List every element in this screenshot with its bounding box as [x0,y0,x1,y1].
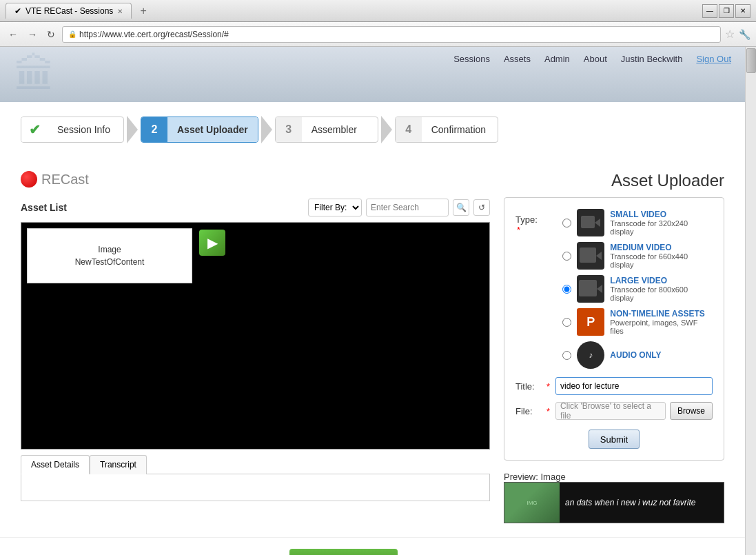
asset-list-header: Asset List Filter By: 🔍 ↺ [21,199,490,216]
type-section: Type: * SMALL VIDEO [515,209,713,369]
tab-close-btn[interactable]: ✕ [117,8,123,15]
submit-button[interactable]: Submit [589,430,640,449]
type-option-medium-video: MEDIUM VIDEO Transcode for 660x440 displ… [562,242,713,270]
audio-icon: ♪ [577,341,604,369]
step-3[interactable]: 3 Assembler [275,117,378,143]
step-3-num: 3 [276,117,302,143]
address-bar[interactable]: 🔒 https://www.vte.cert.org/recast/Sessio… [62,26,721,43]
tab-transcript[interactable]: Transcript [90,455,147,474]
header-nav: Sessions Assets Admin About Justin Beckw… [453,54,731,64]
arrow-3 [381,116,392,143]
step-2[interactable]: 2 Asset Uploader [141,117,258,143]
left-panel: RECast Asset List Filter By: 🔍 ↺ [21,171,490,523]
nav-admin[interactable]: Admin [544,54,570,64]
small-video-desc: Transcode for 320x240 display [610,219,713,236]
large-video-icon [577,275,604,303]
asset-icon: ▶ [199,230,225,256]
title-required: * [546,381,550,392]
non-timeline-desc: Powerpoint, images, SWF files [610,319,713,335]
preview-box: IMG an dats when i new i wuz not favrite [504,482,724,523]
title-label: Title: [515,381,540,392]
file-label: File: [515,406,540,416]
new-tab-button[interactable]: + [136,3,150,19]
step-2-num: 2 [141,117,167,143]
title-row: Title: * [515,377,713,395]
step-4[interactable]: 4 Confirmation [395,117,498,143]
step-4-label: Confirmation [422,124,496,135]
reload-button[interactable]: ↻ [44,28,58,41]
nav-sessions[interactable]: Sessions [453,54,490,64]
asset-tabs: Asset Details Transcript [21,455,490,474]
non-timeline-icon: P [577,308,604,336]
asset-item-name: NewTestOfContent [75,257,145,267]
radio-small-video[interactable] [562,219,571,228]
header-logo-bg: 🏛 [14,51,55,99]
scrollbar-thumb[interactable] [746,48,756,73]
recast-logo: RECast [21,171,490,188]
nav-about[interactable]: About [584,54,607,64]
lock-icon: 🔒 [68,30,76,38]
bookmark-icon[interactable]: ☆ [725,28,735,41]
step-4-num: 4 [396,117,422,143]
forward-button[interactable]: → [25,28,40,41]
user-name: Justin Beckwith [621,54,683,64]
svg-marker-5 [597,285,602,293]
preview-section: Preview: Image IMG an dats when i new i … [504,472,724,523]
page-title: Asset Uploader [611,171,724,190]
radio-large-video[interactable] [562,285,571,294]
medium-video-icon [577,242,604,270]
recast-ball-icon [21,171,37,188]
browser-tab[interactable]: ✔ VTE RECast - Sessions ✕ [6,3,132,19]
nav-assets[interactable]: Assets [504,54,531,64]
type-label: Type: [515,212,550,225]
type-option-audio: ♪ AUDIO ONLY [562,341,713,369]
close-button[interactable]: ✕ [735,4,750,18]
filter-select[interactable]: Filter By: [308,199,362,216]
refresh-button[interactable]: ↺ [473,199,490,216]
restore-button[interactable]: ❒ [719,4,734,18]
svg-marker-1 [595,219,600,227]
signout-link[interactable]: Sign Out [696,54,731,64]
preview-caption: an dats when i new i wuz not favrite [560,495,701,510]
asset-item-card[interactable]: Image NewTestOfContent [27,228,192,283]
file-placeholder: Click 'Browse' to select a file [555,402,666,420]
site-header: 🏛 Sessions Assets Admin About Justin Bec… [0,47,745,102]
recast-brand-text: RECast [41,172,89,188]
save-continue-button[interactable]: Save + Continue [289,549,398,555]
title-input[interactable] [555,377,713,395]
asset-list-label: Asset List [21,202,67,213]
large-video-desc: Transcode for 800x600 display [610,285,713,302]
radio-medium-video[interactable] [562,252,571,261]
url-display: https://www.vte.cert.org/recast/Session/… [79,30,229,39]
radio-audio[interactable] [562,351,571,360]
medium-video-desc: Transcode for 660x440 display [610,252,713,269]
bottom-buttons: Save + Continue Save + Quit [0,537,745,555]
arrow-1 [127,116,138,143]
type-option-non-timeline: P NON-TIMELINE ASSETS Powerpoint, images… [562,308,713,336]
asset-item-type: Image [98,245,121,254]
asset-list-box: Image NewTestOfContent ▶ [21,222,490,450]
browse-button[interactable]: Browse [670,402,713,420]
filter-area: Filter By: 🔍 ↺ [308,199,490,216]
scrollbar[interactable] [745,47,756,555]
minimize-button[interactable]: — [702,4,717,18]
small-video-name: SMALL VIDEO [610,210,713,219]
preview-asset-name: Image [540,472,565,482]
file-input-area: Click 'Browse' to select a file Browse [555,402,713,420]
radio-non-timeline[interactable] [562,318,571,327]
file-required: * [546,406,550,416]
type-required: * [517,225,520,235]
search-button[interactable]: 🔍 [453,199,469,216]
step-1-num: ✔ [21,117,48,143]
step-1[interactable]: ✔ Session Info [21,117,124,143]
small-video-icon [577,209,604,236]
medium-video-name: MEDIUM VIDEO [610,243,713,252]
steps-breadcrumb: ✔ Session Info 2 Asset Uploader 3 Assemb… [0,102,745,157]
svg-rect-0 [581,216,595,228]
back-button[interactable]: ← [6,28,21,41]
step-3-label: Assembler [302,124,367,135]
search-input[interactable] [366,199,449,216]
settings-icon[interactable]: 🔧 [739,29,750,40]
type-option-large-video: LARGE VIDEO Transcode for 800x600 displa… [562,275,713,303]
tab-asset-details[interactable]: Asset Details [21,455,90,474]
